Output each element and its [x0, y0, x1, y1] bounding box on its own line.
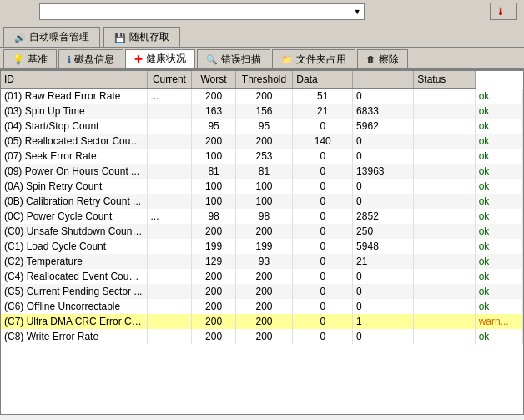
cell-dots	[147, 254, 192, 269]
cell-threshold: 0	[293, 314, 353, 329]
cell-status: ok	[475, 239, 522, 254]
cell-empty	[414, 254, 475, 269]
cell-dots	[147, 194, 192, 209]
tab-random-save[interactable]: 随机存取	[103, 27, 180, 47]
cell-current: 100	[192, 179, 235, 194]
tab-basic-label: 基准	[28, 53, 48, 67]
tab-auto-noise[interactable]: 自动噪音管理	[3, 27, 100, 47]
cell-status: warn...	[475, 314, 522, 329]
table-row: (05) Reallocated Sector Count...20020014…	[1, 134, 523, 149]
cell-id: (C7) Ultra DMA CRC Error Co...	[1, 314, 147, 329]
cell-id: (0C) Power Cycle Count	[1, 209, 147, 224]
cell-data: 0	[353, 194, 414, 209]
cell-status: ok	[475, 194, 522, 209]
cell-id: (C6) Offline Uncorrectable	[1, 299, 147, 314]
cell-threshold: 0	[293, 329, 353, 344]
smart-table-body: (01) Raw Read Error Rate...200200510ok(0…	[1, 89, 523, 345]
cell-id: (05) Reallocated Sector Count...	[1, 134, 147, 149]
cell-empty	[414, 149, 475, 164]
cell-data: 13963	[353, 164, 414, 179]
cell-id: (C5) Current Pending Sector ...	[1, 284, 147, 299]
tab-folder-usage[interactable]: 文件夹占用	[272, 49, 355, 68]
thermometer-icon	[496, 5, 506, 18]
folder-icon	[281, 53, 293, 65]
cell-worst: 199	[235, 239, 293, 254]
header-worst: Worst	[192, 71, 235, 89]
cell-dots	[147, 179, 192, 194]
table-row: (01) Raw Read Error Rate...200200510ok	[1, 89, 523, 104]
cell-threshold: 0	[293, 194, 353, 209]
cell-dots	[147, 224, 192, 239]
cell-threshold: 51	[293, 89, 353, 104]
cell-worst: 93	[235, 254, 293, 269]
cell-dots	[147, 149, 192, 164]
cell-id: (C0) Unsafe Shutdown Count ...	[1, 224, 147, 239]
cell-data: 1	[353, 314, 414, 329]
cell-status: ok	[475, 149, 522, 164]
cell-current: 163	[192, 104, 235, 119]
table-row: (0B) Calibration Retry Count ...10010000…	[1, 194, 523, 209]
cell-worst: 95	[235, 119, 293, 134]
cell-current: 200	[192, 314, 235, 329]
cell-threshold: 0	[293, 284, 353, 299]
disk-selector[interactable]: ACASIS BA-11USE (1000 gB)	[39, 3, 365, 20]
cell-dots	[147, 119, 192, 134]
cell-data: 0	[353, 299, 414, 314]
header-threshold: Threshold	[235, 71, 293, 89]
cell-dots: ...	[147, 209, 192, 224]
table-header-row: ID Current Worst Threshold Data Status	[1, 71, 523, 89]
cell-data: 0	[353, 284, 414, 299]
cell-status: ok	[475, 299, 522, 314]
cell-data: 5948	[353, 239, 414, 254]
tab-disk-info[interactable]: 磁盘信息	[58, 49, 123, 68]
tab-health[interactable]: 健康状况	[125, 49, 195, 68]
cell-status: ok	[475, 224, 522, 239]
table-row: (0C) Power Cycle Count...989802852ok	[1, 209, 523, 224]
cell-worst: 200	[235, 329, 293, 344]
tab-random-save-label: 随机存取	[129, 30, 169, 44]
table-row: (04) Start/Stop Count959505962ok	[1, 119, 523, 134]
cell-dots	[147, 329, 192, 344]
cell-dots	[147, 299, 192, 314]
cell-status: ok	[475, 329, 522, 344]
tab-wipe[interactable]: 擦除	[357, 49, 408, 68]
cell-current: 98	[192, 209, 235, 224]
cell-empty	[414, 284, 475, 299]
cell-worst: 200	[235, 314, 293, 329]
cell-empty	[414, 269, 475, 284]
title-bar: ACASIS BA-11USE (1000 gB)	[0, 0, 524, 23]
header-id: ID	[1, 71, 147, 89]
table-row: (C2) Temperature12993021ok	[1, 254, 523, 269]
cell-id: (0A) Spin Retry Count	[1, 179, 147, 194]
tab-health-label: 健康状况	[146, 52, 186, 66]
cell-empty	[414, 134, 475, 149]
cell-worst: 100	[235, 194, 293, 209]
table-row: (C7) Ultra DMA CRC Error Co...20020001wa…	[1, 314, 523, 329]
header-status: Status	[414, 71, 475, 89]
table-row: (03) Spin Up Time163156216833ok	[1, 104, 523, 119]
title-bar-left: ACASIS BA-11USE (1000 gB)	[7, 3, 365, 20]
cell-worst: 100	[235, 179, 293, 194]
cell-current: 100	[192, 194, 235, 209]
header-empty	[353, 71, 414, 89]
main-content: ID Current Worst Threshold Data Status (…	[0, 70, 524, 415]
tab-error-scan[interactable]: 错误扫描	[197, 49, 270, 68]
save-icon	[114, 32, 126, 43]
cell-worst: 200	[235, 299, 293, 314]
table-row: (C1) Load Cycle Count19919905948ok	[1, 239, 523, 254]
disk-selector-wrapper[interactable]: ACASIS BA-11USE (1000 gB)	[39, 3, 365, 20]
cell-worst: 200	[235, 284, 293, 299]
cell-dots	[147, 314, 192, 329]
cell-status: ok	[475, 269, 522, 284]
cell-current: 100	[192, 149, 235, 164]
cell-dots	[147, 164, 192, 179]
cell-empty	[414, 164, 475, 179]
header-data: Data	[293, 71, 353, 89]
tab-wipe-label: 擦除	[379, 53, 399, 67]
cell-empty	[414, 299, 475, 314]
cell-data: 0	[353, 149, 414, 164]
cell-dots	[147, 134, 192, 149]
table-row: (C4) Reallocated Event Count ...20020000…	[1, 269, 523, 284]
tab-basic[interactable]: 基准	[3, 49, 57, 68]
cell-threshold: 0	[293, 164, 353, 179]
